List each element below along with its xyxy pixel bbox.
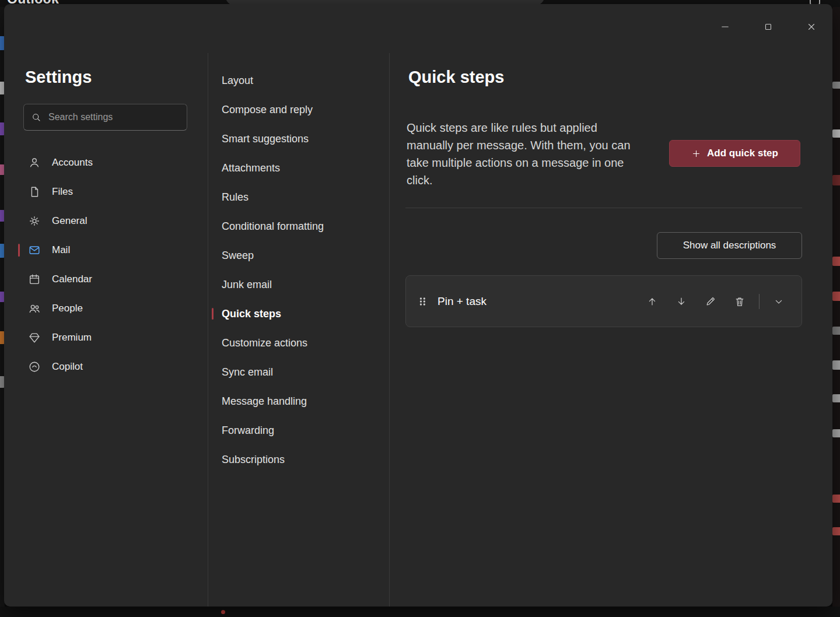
category-item-quick-steps[interactable]: Quick steps <box>208 299 389 328</box>
category-label: Conditional formatting <box>222 220 324 233</box>
maximize-icon <box>763 22 774 32</box>
show-all-descriptions-label: Show all descriptions <box>683 240 776 251</box>
category-label: Compose and reply <box>222 104 313 116</box>
category-label: Rules <box>222 191 249 204</box>
category-label: Layout <box>222 75 253 87</box>
category-label: Forwarding <box>222 425 274 437</box>
category-item-attachments[interactable]: Attachments <box>208 153 389 183</box>
edit-button[interactable] <box>696 290 725 313</box>
category-label: Attachments <box>222 162 280 174</box>
mail-list-fragment <box>832 527 840 535</box>
arrow-down-icon <box>676 296 687 307</box>
sidebar-item-label: Mail <box>52 244 70 256</box>
category-item-customize-actions[interactable]: Customize actions <box>208 328 389 357</box>
mail-settings-categories: Layout Compose and reply Smart suggestio… <box>208 53 390 607</box>
category-item-layout[interactable]: Layout <box>208 66 389 95</box>
move-down-button[interactable] <box>667 290 696 313</box>
category-label: Quick steps <box>222 308 281 320</box>
sidebar-item-calendar[interactable]: Calendar <box>4 265 207 294</box>
mail-list-fragment <box>832 327 840 335</box>
arrow-up-icon <box>646 296 658 307</box>
sidebar-item-premium[interactable]: Premium <box>4 323 207 352</box>
quick-step-row: Pin + task <box>405 275 802 327</box>
settings-nav: Accounts Files General <box>4 148 207 381</box>
sidebar-item-label: General <box>52 215 87 227</box>
files-icon <box>27 185 41 199</box>
close-icon <box>806 22 817 32</box>
background-mail-list-sliver <box>832 7 840 607</box>
calendar-icon <box>27 272 41 286</box>
screen: Outlook Search <box>0 0 840 617</box>
category-item-rules[interactable]: Rules <box>208 183 389 212</box>
sidebar-item-files[interactable]: Files <box>4 177 207 206</box>
chevron-down-icon <box>773 296 785 307</box>
sidebar-item-label: Accounts <box>52 157 93 169</box>
sidebar-item-label: Premium <box>52 332 92 343</box>
copilot-icon <box>27 360 41 374</box>
show-all-descriptions-button[interactable]: Show all descriptions <box>657 232 802 259</box>
selection-indicator <box>18 244 20 257</box>
category-item-compose-and-reply[interactable]: Compose and reply <box>208 95 389 124</box>
settings-search[interactable] <box>23 104 187 131</box>
divider <box>759 294 760 309</box>
sidebar-item-people[interactable]: People <box>4 294 207 323</box>
category-label: Subscriptions <box>222 454 285 466</box>
mail-list-fragment <box>832 394 840 402</box>
sidebar-item-label: Copilot <box>52 361 83 373</box>
pencil-icon <box>705 296 716 307</box>
sidebar-item-copilot[interactable]: Copilot <box>4 352 207 381</box>
people-icon <box>27 302 41 315</box>
page-title: Quick steps <box>408 68 504 87</box>
sidebar-item-mail[interactable]: Mail <box>4 236 207 265</box>
divider <box>405 208 802 208</box>
minimize-button[interactable] <box>712 17 738 37</box>
category-item-sync-email[interactable]: Sync email <box>208 357 389 387</box>
selection-indicator <box>212 308 214 320</box>
category-item-sweep[interactable]: Sweep <box>208 241 389 270</box>
delete-button[interactable] <box>725 290 754 313</box>
quick-steps-description: Quick steps are like rules but applied m… <box>407 119 641 189</box>
add-quick-step-button[interactable]: Add quick step <box>669 140 800 167</box>
settings-search-input[interactable] <box>47 111 180 123</box>
category-label: Message handling <box>222 395 307 408</box>
sidebar-item-label: Files <box>52 186 73 198</box>
category-item-subscriptions[interactable]: Subscriptions <box>208 445 389 474</box>
mail-icon <box>27 243 41 257</box>
category-label: Sweep <box>222 250 254 262</box>
sidebar-item-label: Calendar <box>52 274 92 285</box>
add-quick-step-label: Add quick step <box>707 148 778 159</box>
category-item-smart-suggestions[interactable]: Smart suggestions <box>208 124 389 153</box>
search-icon <box>31 112 41 122</box>
trash-icon <box>734 296 746 307</box>
minimize-icon <box>720 22 730 32</box>
background-bottom-strip <box>0 607 840 617</box>
category-item-conditional-formatting[interactable]: Conditional formatting <box>208 212 389 241</box>
mail-list-fragment <box>832 82 840 89</box>
mail-list-fragment <box>832 257 840 266</box>
unread-dot <box>221 610 225 614</box>
category-label: Customize actions <box>222 337 307 349</box>
mail-list-fragment <box>832 129 840 138</box>
mail-list-fragment <box>832 292 840 301</box>
settings-sidebar: Settings Accounts Fi <box>4 4 207 607</box>
settings-title: Settings <box>25 68 92 87</box>
sidebar-item-label: People <box>52 303 83 314</box>
sidebar-item-accounts[interactable]: Accounts <box>4 148 207 177</box>
move-up-button[interactable] <box>638 290 667 313</box>
more-options-button[interactable] <box>764 290 793 313</box>
maximize-button[interactable] <box>755 17 781 37</box>
category-item-junk-email[interactable]: Junk email <box>208 270 389 299</box>
accounts-icon <box>27 156 41 170</box>
mail-list-fragment <box>832 495 840 503</box>
drag-handle-icon[interactable] <box>416 295 428 308</box>
category-label: Smart suggestions <box>222 133 309 145</box>
category-item-message-handling[interactable]: Message handling <box>208 387 389 416</box>
sidebar-item-general[interactable]: General <box>4 206 207 236</box>
plus-icon <box>691 149 701 159</box>
category-item-forwarding[interactable]: Forwarding <box>208 416 389 445</box>
settings-dialog: Settings Accounts Fi <box>4 4 832 607</box>
quick-steps-panel: Quick steps Quick steps are like rules b… <box>390 4 832 607</box>
window-controls <box>712 17 824 37</box>
mail-list-fragment <box>832 175 840 185</box>
close-button[interactable] <box>799 17 824 37</box>
